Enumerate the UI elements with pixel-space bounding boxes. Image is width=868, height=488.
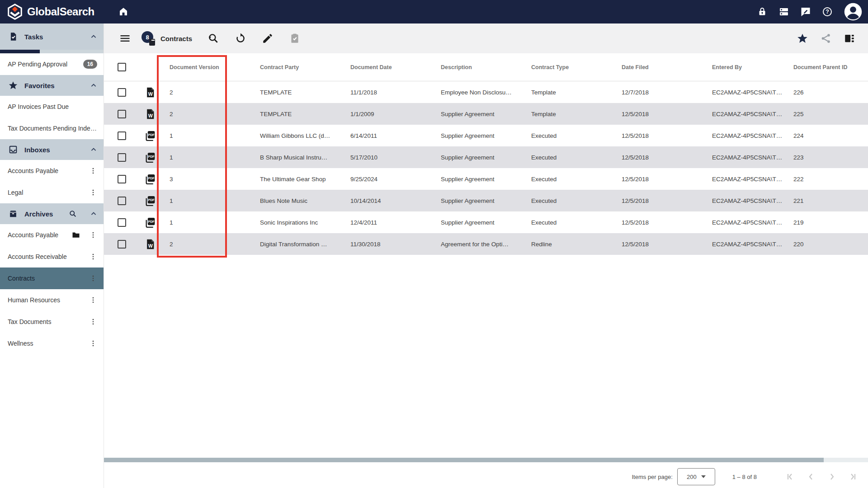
column-header-description[interactable]: Description (441, 64, 531, 70)
sidebar-item-archive-contracts[interactable]: Contracts (0, 267, 104, 289)
previous-page-icon[interactable] (806, 471, 816, 482)
server-list-icon[interactable] (778, 6, 789, 17)
item-label: Human Resources (8, 296, 89, 304)
sidebar-item-archive-accounts-receivable[interactable]: Accounts Receivable (0, 246, 104, 267)
cell-parent-id: 224 (793, 132, 868, 139)
table-row[interactable]: 1 William Gibbons LLC (d… 6/14/2011 Supp… (104, 125, 868, 146)
view-column-icon[interactable] (844, 33, 855, 44)
horizontal-scrollbar-thumb[interactable] (104, 458, 824, 462)
word-document-icon (144, 108, 156, 120)
row-checkbox[interactable] (118, 131, 126, 140)
kebab-menu-icon[interactable] (89, 273, 97, 283)
column-header-document-date[interactable]: Document Date (350, 64, 441, 70)
column-header-date-filed[interactable]: Date Filed (622, 64, 712, 70)
cell-contract-party: Sonic Inspirations Inc (260, 219, 350, 226)
table-row[interactable]: 2 Digital Transformation … 11/30/2018 Ag… (104, 233, 868, 255)
home-icon[interactable] (118, 6, 129, 17)
kebab-menu-icon[interactable] (89, 188, 97, 197)
pdf-document-icon (144, 195, 156, 207)
cell-description: Employee Non Disclosu… (441, 89, 531, 96)
sidebar-section-favorites[interactable]: Favorites (0, 75, 104, 96)
table-row[interactable]: 1 B Sharp Musical Instru… 5/17/2010 Supp… (104, 146, 868, 168)
items-per-page-select[interactable]: 200 (677, 468, 715, 485)
cell-description: Agreement for the Opti… (441, 241, 531, 248)
row-checkbox[interactable] (118, 240, 126, 249)
share-icon[interactable] (820, 33, 832, 44)
kebab-menu-icon[interactable] (89, 252, 97, 262)
user-avatar-icon[interactable] (844, 2, 863, 21)
cell-contract-party: B Sharp Musical Instru… (260, 154, 350, 161)
horizontal-scrollbar-track[interactable] (104, 458, 868, 462)
sidebar-section-tasks[interactable]: Tasks (0, 23, 104, 50)
column-header-document-version[interactable]: Document Version (170, 64, 260, 70)
kebab-menu-icon[interactable] (89, 295, 97, 305)
table-row[interactable]: 1 Blues Note Music 10/14/2014 Supplier A… (104, 190, 868, 211)
kebab-menu-icon[interactable] (89, 166, 97, 176)
section-label: Favorites (24, 82, 89, 89)
chevron-up-icon[interactable] (89, 209, 98, 218)
row-checkbox[interactable] (118, 110, 126, 118)
cell-document-version: 1 (170, 219, 260, 226)
star-icon (8, 80, 18, 90)
word-document-icon (144, 86, 156, 99)
select-all-checkbox[interactable] (118, 63, 126, 71)
kebab-menu-icon[interactable] (89, 317, 97, 327)
refresh-icon[interactable] (235, 33, 246, 44)
cell-document-version: 1 (170, 197, 260, 204)
table-row[interactable]: 2 TEMPLATE 11/1/2018 Employee Non Disclo… (104, 81, 868, 103)
cell-date-filed: 12/5/2018 (622, 219, 712, 226)
column-header-contract-type[interactable]: Contract Type (531, 64, 622, 70)
table-row[interactable]: 3 The Ultimate Gear Shop 9/25/2024 Suppl… (104, 168, 868, 190)
sidebar-section-inboxes[interactable]: Inboxes (0, 139, 104, 160)
table-row[interactable]: 2 TEMPLATE 1/1/2009 Supplier Agreement T… (104, 103, 868, 125)
last-page-icon[interactable] (847, 471, 858, 482)
hamburger-menu-icon[interactable] (118, 33, 132, 44)
table-row[interactable]: 1 Sonic Inspirations Inc 12/4/2011 Suppl… (104, 211, 868, 233)
row-checkbox[interactable] (118, 88, 126, 97)
sidebar-item-archive-human-resources[interactable]: Human Resources (0, 289, 104, 311)
column-header-entered-by[interactable]: Entered By (712, 64, 793, 70)
chevron-up-icon[interactable] (89, 145, 98, 154)
sidebar-item-tax-documents-pending[interactable]: Tax Documents Pending Inde… (0, 117, 104, 139)
row-checkbox[interactable] (118, 175, 126, 183)
feedback-chat-icon[interactable] (800, 6, 811, 17)
sidebar-item-inbox-accounts-payable[interactable]: Accounts Payable (0, 160, 104, 182)
inbox-icon (8, 145, 18, 155)
lock-icon[interactable] (757, 6, 768, 17)
search-again-icon[interactable] (208, 33, 219, 44)
sidebar-item-ap-invoices-past-due[interactable]: AP Invoices Past Due (0, 96, 104, 117)
sidebar-item-archive-accounts-payable[interactable]: Accounts Payable (0, 224, 104, 246)
help-icon[interactable] (822, 6, 833, 17)
column-header-contract-party[interactable]: Contract Party (260, 64, 350, 70)
next-page-icon[interactable] (826, 471, 837, 482)
cell-document-date: 11/30/2018 (350, 241, 441, 248)
sidebar-section-archives[interactable]: Archives (0, 203, 104, 224)
cell-contract-type: Executed (531, 219, 622, 226)
row-checkbox[interactable] (118, 218, 126, 227)
sidebar-item-archive-wellness[interactable]: Wellness (0, 333, 104, 354)
first-page-icon[interactable] (785, 471, 796, 482)
kebab-menu-icon[interactable] (89, 230, 97, 240)
chevron-up-icon[interactable] (89, 32, 98, 41)
column-header-document-parent-id[interactable]: Document Parent ID (793, 64, 868, 70)
sidebar-item-ap-pending-approval[interactable]: AP Pending Approval 16 (0, 53, 104, 75)
cell-document-date: 9/25/2024 (350, 176, 441, 183)
sidebar-item-inbox-legal[interactable]: Legal (0, 182, 104, 203)
cell-contract-type: Executed (531, 154, 622, 161)
cell-document-version: 2 (170, 241, 260, 248)
cell-contract-type: Executed (531, 176, 622, 183)
tasks-progress-fill (0, 50, 40, 53)
favorite-star-icon[interactable] (797, 33, 808, 44)
row-checkbox[interactable] (118, 153, 126, 162)
item-label: Accounts Receivable (8, 253, 89, 260)
row-checkbox[interactable] (118, 197, 126, 205)
cell-contract-type: Redline (531, 241, 622, 248)
cell-entered-by: EC2AMAZ-4P5CSNA\T… (712, 176, 793, 183)
edit-pencil-icon[interactable] (262, 33, 274, 44)
chevron-up-icon[interactable] (89, 81, 98, 90)
tasks-progress-bar (0, 50, 104, 53)
cell-description: Supplier Agreement (441, 154, 531, 161)
kebab-menu-icon[interactable] (89, 338, 97, 348)
sidebar-item-archive-tax-documents[interactable]: Tax Documents (0, 311, 104, 333)
search-icon[interactable] (68, 209, 77, 218)
